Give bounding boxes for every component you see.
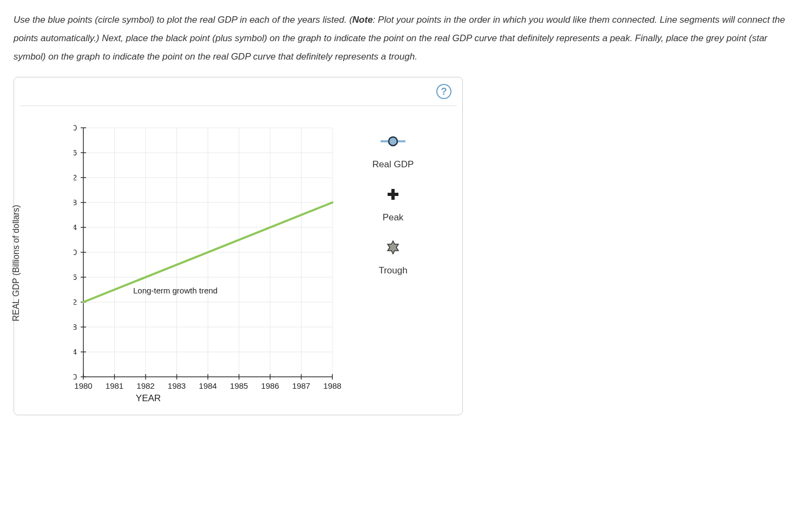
chart-widget: ? REAL GDP (Billions of dollars) 1801841… (14, 77, 463, 415)
x-tick-label: 1984 (199, 381, 217, 390)
y-tick-label: 180 (74, 372, 77, 381)
legend-real-gdp[interactable]: Real GDP (366, 133, 420, 170)
y-tick-label: 200 (74, 247, 77, 257)
x-tick-label: 1988 (323, 381, 341, 390)
legend-panel: Real GDP Peak Trough (344, 112, 420, 415)
legend-peak-label: Peak (383, 212, 404, 223)
y-tick-label: 216 (74, 148, 77, 157)
y-tick-label: 208 (74, 198, 77, 207)
y-axis-label: REAL GDP (Billions of dollars) (11, 205, 21, 321)
help-icon[interactable]: ? (436, 84, 451, 99)
legend-trough[interactable]: Trough (366, 239, 420, 276)
x-axis-label: YEAR (136, 393, 161, 403)
y-tick-label: 188 (74, 322, 77, 331)
plot-area[interactable]: 1801841881921962002042082122162201980198… (74, 122, 344, 417)
chart-plot-panel: REAL GDP (Billions of dollars) 180184188… (19, 112, 344, 415)
svg-marker-47 (388, 241, 398, 254)
instr-note-label: Note (352, 15, 373, 25)
plot-svg[interactable]: 1801841881921962002042082122162201980198… (74, 122, 344, 415)
star-icon (386, 239, 400, 256)
x-tick-label: 1981 (106, 381, 123, 390)
legend-real-gdp-label: Real GDP (372, 159, 414, 170)
help-glyph: ? (441, 86, 447, 97)
legend-trough-label: Trough (378, 265, 407, 276)
plus-icon (387, 186, 400, 202)
svg-rect-46 (388, 193, 398, 196)
x-tick-label: 1983 (168, 381, 186, 390)
instr-part1: Use the blue points (circle symbol) to p… (14, 15, 352, 25)
y-tick-label: 184 (74, 347, 77, 356)
x-tick-label: 1985 (230, 381, 248, 390)
y-tick-label: 212 (74, 173, 77, 182)
x-tick-label: 1987 (292, 381, 310, 390)
circle-icon (379, 133, 407, 149)
question-instructions: Use the blue points (circle symbol) to p… (14, 11, 798, 66)
y-tick-label: 192 (74, 297, 77, 306)
x-tick-label: 1980 (74, 381, 92, 390)
x-tick-label: 1986 (261, 381, 279, 390)
chart-annotation: Long-term growth trend (133, 286, 218, 295)
x-tick-label: 1982 (136, 381, 154, 390)
y-tick-label: 204 (74, 223, 77, 232)
chart-inner: REAL GDP (Billions of dollars) 180184188… (19, 106, 457, 415)
legend-peak[interactable]: Peak (366, 186, 420, 223)
svg-point-44 (389, 137, 397, 146)
y-tick-label: 220 (74, 123, 77, 132)
y-tick-label: 196 (74, 272, 77, 282)
